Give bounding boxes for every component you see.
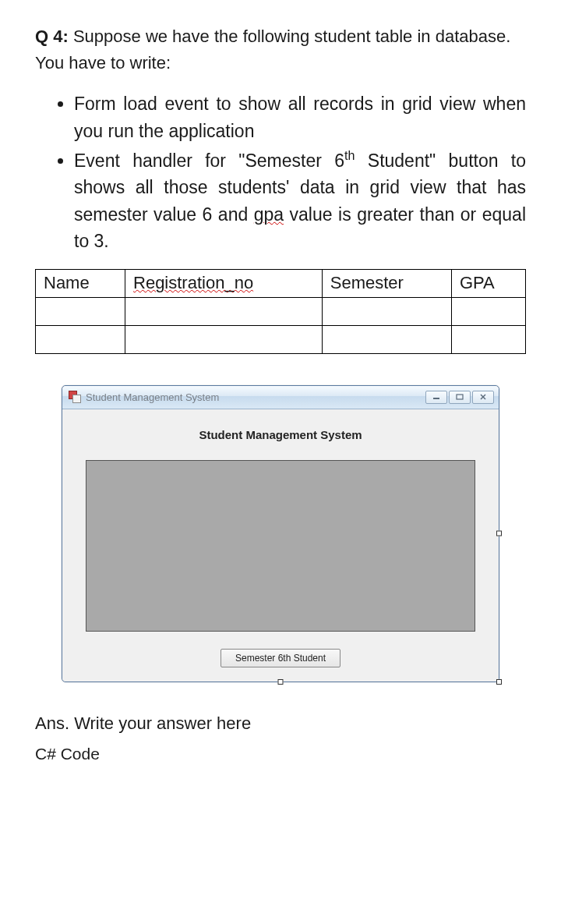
app-icon bbox=[69, 391, 81, 403]
bullet-item: Form load event to show all records in g… bbox=[74, 90, 526, 144]
table-cell bbox=[322, 297, 451, 325]
titlebar[interactable]: Student Management System bbox=[62, 386, 499, 409]
svg-rect-0 bbox=[433, 398, 439, 399]
resize-handle-bottom[interactable] bbox=[278, 679, 284, 685]
column-header: Semester bbox=[322, 269, 451, 297]
close-icon bbox=[479, 394, 487, 400]
resize-handle-right[interactable] bbox=[496, 531, 502, 536]
maximize-icon bbox=[456, 394, 464, 400]
bullet-text-part: Event handler for "Semester 6 bbox=[74, 150, 344, 171]
ordinal-suffix: th bbox=[344, 148, 355, 162]
answer-prompt: Ans. Write your answer here bbox=[35, 713, 526, 734]
table-header-row: Name Registration_no Semester GPA bbox=[36, 269, 526, 297]
schema-table: Name Registration_no Semester GPA bbox=[35, 269, 526, 354]
bullet-item: Event handler for "Semester 6th Student"… bbox=[74, 146, 526, 255]
table-cell bbox=[36, 325, 125, 353]
column-header: Name bbox=[36, 269, 125, 297]
svg-rect-1 bbox=[457, 395, 463, 399]
question-label: Q 4: bbox=[35, 27, 69, 46]
window-title: Student Management System bbox=[86, 391, 425, 403]
window-controls bbox=[425, 391, 494, 404]
resize-handle-corner[interactable] bbox=[496, 679, 502, 685]
form-body: Student Management System Semester 6th S… bbox=[62, 409, 499, 681]
bullet-list: Form load event to show all records in g… bbox=[35, 90, 526, 255]
semester-6th-student-button[interactable]: Semester 6th Student bbox=[221, 649, 340, 667]
question-header: Q 4: Suppose we have the following stude… bbox=[35, 23, 526, 76]
minimize-button[interactable] bbox=[425, 391, 447, 404]
table-cell bbox=[451, 325, 525, 353]
minimize-icon bbox=[432, 394, 440, 400]
winform-window: Student Management System Student Manage… bbox=[62, 385, 499, 682]
maximize-button[interactable] bbox=[449, 391, 471, 404]
spellcheck-word: gpa bbox=[254, 204, 284, 225]
table-cell bbox=[125, 325, 323, 353]
code-heading: C# Code bbox=[35, 745, 526, 763]
table-row bbox=[36, 325, 526, 353]
question-intro: Suppose we have the following student ta… bbox=[35, 27, 510, 73]
column-header: GPA bbox=[451, 269, 525, 297]
table-cell bbox=[322, 325, 451, 353]
table-row bbox=[36, 297, 526, 325]
table-cell bbox=[451, 297, 525, 325]
column-header: Registration_no bbox=[125, 269, 323, 297]
table-cell bbox=[36, 297, 125, 325]
table-cell bbox=[125, 297, 323, 325]
form-heading: Student Management System bbox=[79, 428, 482, 441]
datagrid-view[interactable] bbox=[86, 460, 475, 632]
close-button[interactable] bbox=[472, 391, 494, 404]
bullet-text: Form load event to show all records in g… bbox=[74, 94, 526, 141]
